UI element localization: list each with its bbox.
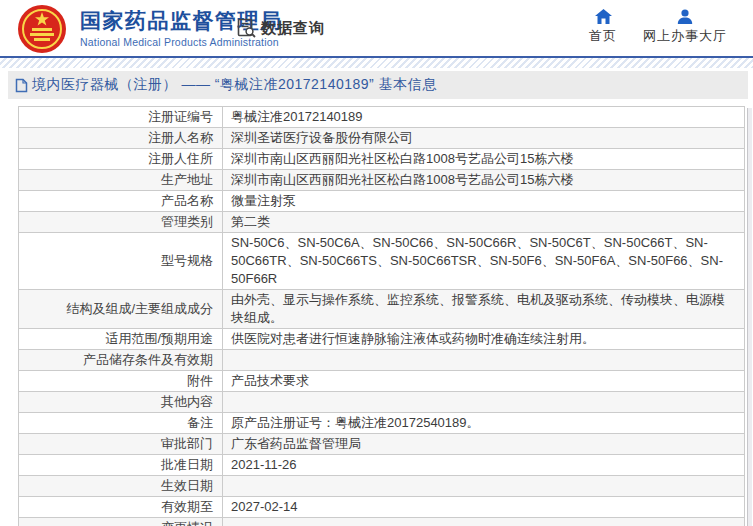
table-row: 注册人住所深圳市南山区西丽阳光社区松白路1008号艺晶公司15栋六楼 — [19, 149, 745, 170]
row-value: 产品技术要求 — [223, 371, 745, 392]
row-value: 2021-11-26 — [223, 455, 745, 476]
row-label: 附件 — [19, 371, 223, 392]
table-row: 产品名称微量注射泵 — [19, 191, 745, 212]
top-nav: 首页 网上办事大厅 — [589, 9, 727, 45]
table-row: 附件产品技术要求 — [19, 371, 745, 392]
row-value: 微量注射泵 — [223, 191, 745, 212]
row-label: 产品名称 — [19, 191, 223, 212]
row-value — [223, 518, 745, 526]
page: 国家药品监督管理局 National Medical Products Admi… — [0, 0, 753, 526]
row-label: 注册证编号 — [19, 107, 223, 128]
table-row: 结构及组成/主要组成成分由外壳、显示与操作系统、监控系统、报警系统、电机及驱动系… — [19, 290, 745, 329]
table-row: 变更情况 — [19, 518, 745, 526]
table-row: 注册证编号粤械注准20172140189 — [19, 107, 745, 128]
table-row: 管理类别第二类 — [19, 212, 745, 233]
hatch-stripe-band — [0, 58, 753, 68]
row-label: 备注 — [19, 413, 223, 434]
row-value: 供医院对患者进行恒速静脉输注液体或药物时准确连续注射用。 — [223, 329, 745, 350]
row-value: SN-50C6、SN-50C6A、SN-50C66、SN-50C66R、SN-5… — [223, 233, 745, 290]
registration-info-table: 注册证编号粤械注准20172140189注册人名称深圳圣诺医疗设备股份有限公司注… — [18, 106, 745, 526]
row-label: 生效日期 — [19, 476, 223, 497]
row-label: 产品储存条件及有效期 — [19, 350, 223, 371]
row-value — [223, 392, 745, 413]
table-row: 生效日期 — [19, 476, 745, 497]
row-value: 由外壳、显示与操作系统、监控系统、报警系统、电机及驱动系统、传动模块、电源模块组… — [223, 290, 745, 329]
table-row: 备注原产品注册证号：粤械注准20172540189。 — [19, 413, 745, 434]
row-label: 变更情况 — [19, 518, 223, 526]
nav-item-home[interactable]: 首页 — [589, 9, 617, 45]
row-label: 注册人住所 — [19, 149, 223, 170]
row-label: 适用范围/预期用途 — [19, 329, 223, 350]
person-icon — [677, 9, 693, 24]
table-row: 适用范围/预期用途供医院对患者进行恒速静脉输注液体或药物时准确连续注射用。 — [19, 329, 745, 350]
row-value: 原产品注册证号：粤械注准20172540189。 — [223, 413, 745, 434]
home-icon — [595, 9, 612, 24]
row-value: 2027-02-14 — [223, 497, 745, 518]
info-table-body: 注册证编号粤械注准20172140189注册人名称深圳圣诺医疗设备股份有限公司注… — [19, 107, 745, 526]
row-label: 结构及组成/主要组成成分 — [19, 290, 223, 329]
site-header: 国家药品监督管理局 National Medical Products Admi… — [0, 0, 753, 56]
national-emblem-logo — [17, 4, 67, 54]
table-row: 生产地址深圳市南山区西丽阳光社区松白路1008号艺晶公司15栋六楼 — [19, 170, 745, 191]
row-value: 广东省药品监督管理局 — [223, 434, 745, 455]
row-label: 生产地址 — [19, 170, 223, 191]
row-label: 有效期至 — [19, 497, 223, 518]
row-label: 管理类别 — [19, 212, 223, 233]
table-row: 注册人名称深圳圣诺医疗设备股份有限公司 — [19, 128, 745, 149]
table-row: 其他内容 — [19, 392, 745, 413]
vertical-scrollbar[interactable] — [747, 108, 752, 526]
row-value: 深圳市南山区西丽阳光社区松白路1008号艺晶公司15栋六楼 — [223, 149, 745, 170]
national-emblem-icon — [17, 4, 67, 54]
data-query-button[interactable]: 数据查询 — [236, 18, 325, 39]
nav-item-label: 首页 — [589, 27, 617, 45]
row-value: 粤械注准20172140189 — [223, 107, 745, 128]
row-value: 第二类 — [223, 212, 745, 233]
row-value — [223, 350, 745, 371]
table-row: 批准日期2021-11-26 — [19, 455, 745, 476]
data-query-label: 数据查询 — [261, 19, 325, 38]
table-row: 产品储存条件及有效期 — [19, 350, 745, 371]
row-label: 审批部门 — [19, 434, 223, 455]
table-row: 型号规格SN-50C6、SN-50C6A、SN-50C66、SN-50C66R、… — [19, 233, 745, 290]
breadcrumb: 境内医疗器械（注册） —— “粤械注准20172140189” 基本信息 — [8, 71, 748, 99]
breadcrumb-text: 境内医疗器械（注册） —— “粤械注准20172140189” 基本信息 — [32, 76, 437, 94]
row-value: 深圳圣诺医疗设备股份有限公司 — [223, 128, 745, 149]
row-label: 型号规格 — [19, 233, 223, 290]
table-row: 审批部门广东省药品监督管理局 — [19, 434, 745, 455]
row-value — [223, 476, 745, 497]
row-label: 注册人名称 — [19, 128, 223, 149]
row-label: 批准日期 — [19, 455, 223, 476]
document-icon — [15, 78, 28, 93]
nav-item-label: 网上办事大厅 — [643, 27, 727, 45]
row-label: 其他内容 — [19, 392, 223, 413]
nav-item-service-hall[interactable]: 网上办事大厅 — [643, 9, 727, 45]
row-value: 深圳市南山区西丽阳光社区松白路1008号艺晶公司15栋六楼 — [223, 170, 745, 191]
table-row: 有效期至2027-02-14 — [19, 497, 745, 518]
document-search-icon — [236, 18, 257, 39]
